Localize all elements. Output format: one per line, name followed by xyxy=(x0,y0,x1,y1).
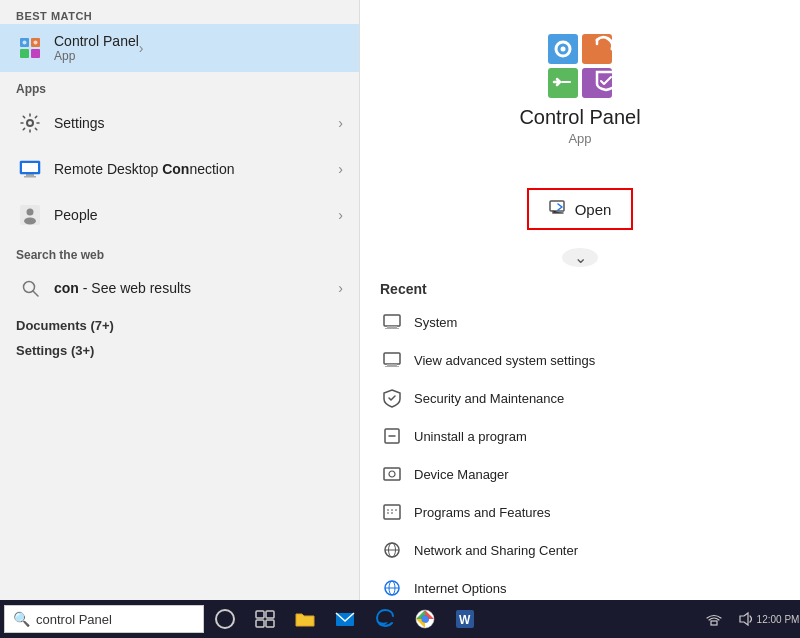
search-icon: 🔍 xyxy=(13,611,30,627)
recent-programs-label: Programs and Features xyxy=(414,505,551,520)
recent-item-security[interactable]: Security and Maintenance xyxy=(360,379,800,417)
recent-security-label: Security and Maintenance xyxy=(414,391,564,406)
svg-rect-29 xyxy=(384,353,400,364)
svg-rect-52 xyxy=(256,620,264,627)
task-view-button[interactable] xyxy=(246,600,284,638)
svg-marker-61 xyxy=(740,613,748,625)
documents-label: Documents (7+) xyxy=(0,310,359,335)
people-label: People xyxy=(54,207,338,223)
svg-point-22 xyxy=(561,47,566,52)
file-explorer-button[interactable] xyxy=(286,600,324,638)
chrome-button[interactable] xyxy=(406,600,444,638)
svg-point-5 xyxy=(34,41,38,45)
svg-rect-27 xyxy=(387,326,397,328)
control-panel-sublabel: App xyxy=(54,49,139,63)
recent-label: Recent xyxy=(360,281,427,297)
word-button[interactable]: W xyxy=(446,600,484,638)
taskbar: 🔍 xyxy=(0,600,800,638)
clock-display: 12:00 PM xyxy=(757,614,800,625)
svg-rect-60 xyxy=(711,621,717,625)
svg-rect-36 xyxy=(384,505,400,519)
open-label: Open xyxy=(575,201,612,218)
programs-icon xyxy=(380,500,404,524)
chevron-down-icon: ⌄ xyxy=(574,248,587,267)
system-icon xyxy=(380,310,404,334)
mail-button[interactable] xyxy=(326,600,364,638)
search-suffix: - See web results xyxy=(79,280,191,296)
device-manager-icon xyxy=(380,462,404,486)
cortana-button[interactable] xyxy=(206,600,244,638)
recent-item-device-manager[interactable]: Device Manager xyxy=(360,455,800,493)
recent-uninstall-label: Uninstall a program xyxy=(414,429,527,444)
clock-tray[interactable]: 12:00 PM xyxy=(764,605,792,633)
svg-rect-3 xyxy=(31,49,40,58)
menu-item-people[interactable]: People › xyxy=(0,192,359,238)
svg-rect-28 xyxy=(385,328,399,329)
search-input[interactable] xyxy=(36,612,176,627)
svg-rect-24 xyxy=(561,81,571,83)
svg-point-49 xyxy=(216,610,234,628)
app-title: Control Panel xyxy=(519,106,640,129)
chevron-icon: › xyxy=(139,40,144,56)
svg-text:W: W xyxy=(459,613,471,627)
recent-item-advanced[interactable]: View advanced system settings xyxy=(360,341,800,379)
left-panel: Best match Control Panel App › Apps xyxy=(0,0,360,600)
chevron-icon: › xyxy=(338,115,343,131)
web-search-item[interactable]: con - See web results › xyxy=(0,266,359,310)
search-bar[interactable]: 🔍 xyxy=(4,605,204,633)
web-search-text: con - See web results xyxy=(54,280,338,296)
menu-item-control-panel[interactable]: Control Panel App › xyxy=(0,24,359,72)
svg-rect-8 xyxy=(22,163,38,172)
menu-item-remote-desktop[interactable]: Remote Desktop Connection › xyxy=(0,146,359,192)
app-type: App xyxy=(568,131,591,146)
recent-item-uninstall[interactable]: Uninstall a program xyxy=(360,417,800,455)
open-icon xyxy=(549,198,567,220)
svg-point-6 xyxy=(27,120,33,126)
search-query: con xyxy=(54,280,79,296)
edge-button[interactable] xyxy=(366,600,404,638)
svg-rect-31 xyxy=(385,366,399,367)
security-icon xyxy=(380,386,404,410)
remote-desktop-icon xyxy=(16,155,44,183)
svg-rect-10 xyxy=(24,176,36,178)
control-panel-small-icon xyxy=(16,34,44,62)
settings-icon xyxy=(16,109,44,137)
svg-rect-50 xyxy=(256,611,264,618)
apps-section-label: Apps xyxy=(0,72,359,100)
search-web-label: Search the web xyxy=(0,238,359,266)
svg-rect-9 xyxy=(26,174,34,176)
control-panel-info: Control Panel App xyxy=(54,33,139,63)
remote-desktop-label: Remote Desktop Connection xyxy=(54,161,338,177)
right-panel: Control Panel App Open ⌄ Recent xyxy=(360,0,800,600)
control-panel-label: Control Panel xyxy=(54,33,139,49)
network-icon xyxy=(380,538,404,562)
svg-point-13 xyxy=(27,209,34,216)
network-tray-icon[interactable] xyxy=(700,605,728,633)
recent-item-system[interactable]: System xyxy=(360,303,800,341)
svg-rect-26 xyxy=(384,315,400,326)
svg-rect-34 xyxy=(384,468,400,480)
open-button[interactable]: Open xyxy=(527,188,634,230)
svg-rect-2 xyxy=(20,49,29,58)
system-tray: 12:00 PM xyxy=(700,605,792,633)
recent-device-manager-label: Device Manager xyxy=(414,467,509,482)
recent-internet-label: Internet Options xyxy=(414,581,507,596)
settings-count-label: Settings (3+) xyxy=(0,335,359,360)
svg-point-35 xyxy=(389,471,395,477)
settings-label: Settings xyxy=(54,115,338,131)
recent-item-programs[interactable]: Programs and Features xyxy=(360,493,800,531)
expand-button[interactable]: ⌄ xyxy=(562,248,598,267)
recent-item-network[interactable]: Network and Sharing Center xyxy=(360,531,800,569)
svg-point-57 xyxy=(422,616,429,623)
best-match-label: Best match xyxy=(0,0,359,24)
uninstall-icon xyxy=(380,424,404,448)
svg-point-4 xyxy=(23,41,27,45)
recent-advanced-label: View advanced system settings xyxy=(414,353,595,368)
menu-item-settings[interactable]: Settings › xyxy=(0,100,359,146)
recent-network-label: Network and Sharing Center xyxy=(414,543,578,558)
svg-rect-51 xyxy=(266,611,274,618)
svg-point-14 xyxy=(24,218,36,225)
chevron-icon: › xyxy=(338,161,343,177)
svg-rect-30 xyxy=(387,364,397,366)
app-icon-large xyxy=(544,30,616,106)
